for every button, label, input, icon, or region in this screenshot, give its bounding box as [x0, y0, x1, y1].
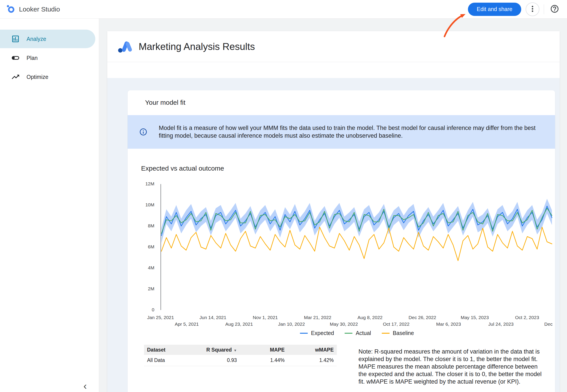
main-content: Marketing Analysis Results Your model fi… — [99, 19, 567, 392]
x-tick-label: Dec — [544, 322, 552, 327]
help-button[interactable] — [548, 3, 561, 15]
card-title: Your model fit — [145, 99, 555, 106]
column-header-mape[interactable]: MAPE — [240, 345, 288, 355]
legend-label: Actual — [356, 330, 371, 336]
page-title: Marketing Analysis Results — [139, 41, 255, 52]
model-fit-card: Your model fit Model fit is a measure of… — [128, 90, 555, 392]
legend-item-actual: Actual — [345, 330, 371, 336]
x-tick-label: Nov 1, 2021 — [253, 315, 278, 320]
legend-label: Baseline — [393, 330, 414, 336]
y-tick-label: 2M — [148, 286, 154, 292]
report-header: Marketing Analysis Results — [107, 31, 560, 62]
info-banner: Model fit is a measure of how well your … — [128, 115, 555, 149]
more-vert-icon — [528, 5, 537, 14]
x-tick-label: Jan 25, 2021 — [147, 315, 174, 320]
x-tick-label: Aug 8, 2022 — [358, 315, 383, 320]
edit-and-share-button[interactable]: Edit and share — [468, 3, 521, 16]
chevron-left-icon: ‹ — [83, 380, 87, 392]
x-tick-label: Jan 10, 2022 — [278, 322, 305, 327]
trending-up-icon — [11, 72, 20, 81]
report-canvas: Your model fit Model fit is a measure of… — [107, 78, 560, 392]
x-tick-label: Mar 6, 2023 — [436, 322, 461, 327]
toggle-icon — [11, 54, 20, 62]
x-tick-label: Oct 2, 2023 — [515, 315, 539, 320]
sidebar-item-optimize[interactable]: Optimize — [0, 68, 95, 86]
report-page: Marketing Analysis Results Your model fi… — [107, 31, 560, 392]
x-tick-label: May 15, 2023 — [461, 315, 489, 320]
cell-wmape: 1.42% — [288, 355, 337, 366]
sidebar: Analyze Plan Optimize ‹ — [0, 19, 99, 392]
model-fit-chart: 12M10M8M6M4M2M0 Jan 25, 2021Apr 5, 2021J… — [128, 184, 555, 329]
sidebar-nav: Analyze Plan Optimize — [0, 19, 99, 86]
column-header-r-squared[interactable]: R Squared▼ — [196, 345, 240, 355]
meridian-logo-icon — [118, 40, 133, 53]
looker-logo-icon — [6, 4, 15, 14]
y-tick-label: 4M — [148, 265, 154, 270]
sidebar-item-label: Analyze — [27, 36, 46, 42]
spacer — [107, 62, 560, 78]
chart-legend: ExpectedActualBaseline — [160, 330, 553, 336]
app-title: Looker Studio — [19, 5, 60, 13]
sidebar-item-plan[interactable]: Plan — [0, 49, 95, 67]
column-header-wmape[interactable]: wMAPE — [288, 345, 337, 355]
bar-chart-icon — [11, 34, 20, 43]
info-banner-text: Model fit is a measure of how well your … — [159, 124, 542, 140]
x-tick-label: Aug 23, 2021 — [225, 322, 253, 327]
topbar: Looker Studio Edit and share — [0, 0, 567, 19]
sidebar-item-label: Optimize — [27, 74, 48, 80]
info-icon — [128, 128, 159, 136]
table-row: All Data 0.93 1.44% 1.42% — [144, 355, 337, 366]
table-empty-area — [144, 366, 337, 392]
cell-mape: 1.44% — [240, 355, 288, 366]
x-tick-label: May 30, 2022 — [330, 322, 358, 327]
legend-label: Expected — [311, 330, 334, 336]
legend-swatch-icon — [345, 333, 352, 334]
y-tick-label: 0 — [152, 307, 154, 312]
collapse-sidebar-button[interactable]: ‹ — [79, 380, 91, 392]
x-tick-label: Mar 21, 2022 — [304, 315, 332, 320]
column-header-dataset[interactable]: Dataset — [144, 345, 196, 355]
sidebar-item-label: Plan — [27, 55, 38, 61]
model-fit-table: Dataset R Squared▼ MAPE wMAPE — [144, 345, 337, 392]
metrics-row: Dataset R Squared▼ MAPE wMAPE — [128, 345, 555, 392]
x-tick-label: Oct 17, 2022 — [383, 322, 409, 327]
sidebar-item-analyze[interactable]: Analyze — [0, 30, 95, 48]
topbar-actions: Edit and share — [468, 2, 561, 16]
legend-item-expected: Expected — [300, 330, 334, 336]
cell-r-squared: 0.93 — [196, 355, 240, 366]
x-tick-label: Apr 5, 2021 — [175, 322, 199, 327]
x-tick-label: Jul 24, 2023 — [488, 322, 513, 327]
y-tick-label: 10M — [145, 202, 154, 208]
y-tick-label: 6M — [148, 244, 154, 250]
help-icon — [550, 4, 559, 14]
note-text: Note: R-squared measures the amount of v… — [359, 348, 544, 385]
sort-desc-icon: ▼ — [233, 349, 237, 352]
more-options-button[interactable] — [526, 2, 539, 16]
y-axis-labels: 12M10M8M6M4M2M0 — [128, 184, 158, 310]
y-tick-label: 12M — [145, 181, 154, 186]
table-header-row: Dataset R Squared▼ MAPE wMAPE — [144, 345, 337, 355]
app-body: Analyze Plan Optimize ‹ — [0, 19, 567, 392]
x-tick-label: Dec 26, 2022 — [409, 315, 436, 320]
legend-item-baseline: Baseline — [382, 330, 414, 336]
x-axis-labels: Jan 25, 2021Apr 5, 2021Jun 14, 2021Aug 2… — [160, 310, 553, 329]
legend-swatch-icon — [382, 333, 390, 334]
topbar-brand: Looker Studio — [6, 4, 60, 14]
y-tick-label: 8M — [148, 223, 154, 228]
x-tick-label: Jun 14, 2021 — [200, 315, 226, 320]
section-title: Expected vs actual outcome — [141, 165, 555, 172]
legend-swatch-icon — [300, 333, 308, 334]
cell-dataset: All Data — [144, 355, 196, 366]
line-chart — [160, 184, 553, 310]
